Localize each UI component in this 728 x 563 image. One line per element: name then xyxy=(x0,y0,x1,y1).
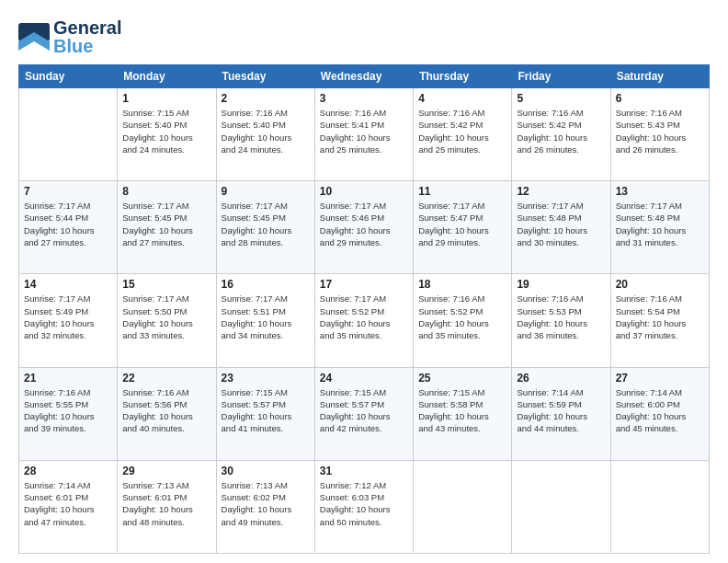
day-info: Sunrise: 7:14 AM Sunset: 6:00 PM Dayligh… xyxy=(616,386,704,435)
week-row-4: 28Sunrise: 7:14 AM Sunset: 6:01 PM Dayli… xyxy=(19,460,710,553)
calendar-cell xyxy=(610,460,709,553)
logo: General Blue xyxy=(18,18,121,55)
day-info: Sunrise: 7:14 AM Sunset: 6:01 PM Dayligh… xyxy=(24,479,112,528)
day-number: 2 xyxy=(222,92,310,105)
day-info: Sunrise: 7:17 AM Sunset: 5:47 PM Dayligh… xyxy=(418,200,506,248)
day-info: Sunrise: 7:16 AM Sunset: 5:55 PM Dayligh… xyxy=(24,386,112,435)
page: General Blue Sunday Monday Tuesday Wedne… xyxy=(0,0,728,563)
day-info: Sunrise: 7:15 AM Sunset: 5:57 PM Dayligh… xyxy=(320,386,408,435)
day-number: 17 xyxy=(320,278,408,291)
day-info: Sunrise: 7:17 AM Sunset: 5:49 PM Dayligh… xyxy=(24,293,112,341)
calendar-cell: 14Sunrise: 7:17 AM Sunset: 5:49 PM Dayli… xyxy=(19,274,118,367)
calendar-cell: 7Sunrise: 7:17 AM Sunset: 5:44 PM Daylig… xyxy=(19,181,118,274)
calendar-cell: 29Sunrise: 7:13 AM Sunset: 6:01 PM Dayli… xyxy=(118,460,216,553)
day-info: Sunrise: 7:17 AM Sunset: 5:48 PM Dayligh… xyxy=(517,200,605,248)
day-info: Sunrise: 7:17 AM Sunset: 5:50 PM Dayligh… xyxy=(122,293,210,341)
day-number: 30 xyxy=(222,465,310,477)
header-row: Sunday Monday Tuesday Wednesday Thursday… xyxy=(19,65,710,88)
calendar-cell: 5Sunrise: 7:16 AM Sunset: 5:42 PM Daylig… xyxy=(512,88,610,181)
calendar-cell: 1Sunrise: 7:15 AM Sunset: 5:40 PM Daylig… xyxy=(118,88,216,181)
day-info: Sunrise: 7:17 AM Sunset: 5:51 PM Dayligh… xyxy=(222,293,310,341)
calendar-cell: 17Sunrise: 7:17 AM Sunset: 5:52 PM Dayli… xyxy=(314,274,413,367)
day-number: 27 xyxy=(616,372,704,385)
calendar-cell: 24Sunrise: 7:15 AM Sunset: 5:57 PM Dayli… xyxy=(314,367,413,460)
calendar-cell: 19Sunrise: 7:16 AM Sunset: 5:53 PM Dayli… xyxy=(512,274,610,367)
col-tuesday: Tuesday xyxy=(216,65,314,88)
calendar-table: Sunday Monday Tuesday Wednesday Thursday… xyxy=(18,64,710,554)
day-number: 10 xyxy=(320,185,408,198)
calendar-cell: 23Sunrise: 7:15 AM Sunset: 5:57 PM Dayli… xyxy=(216,367,314,460)
day-number: 24 xyxy=(320,372,408,385)
day-info: Sunrise: 7:16 AM Sunset: 5:53 PM Dayligh… xyxy=(517,293,605,341)
calendar-cell xyxy=(19,88,118,181)
day-info: Sunrise: 7:16 AM Sunset: 5:56 PM Dayligh… xyxy=(122,386,210,435)
calendar-cell: 21Sunrise: 7:16 AM Sunset: 5:55 PM Dayli… xyxy=(19,367,118,460)
calendar-cell xyxy=(512,460,610,553)
day-number: 18 xyxy=(418,278,506,291)
week-row-0: 1Sunrise: 7:15 AM Sunset: 5:40 PM Daylig… xyxy=(19,88,710,181)
day-info: Sunrise: 7:16 AM Sunset: 5:54 PM Dayligh… xyxy=(616,293,704,341)
day-info: Sunrise: 7:15 AM Sunset: 5:58 PM Dayligh… xyxy=(418,386,506,435)
day-info: Sunrise: 7:13 AM Sunset: 6:02 PM Dayligh… xyxy=(222,479,310,528)
day-info: Sunrise: 7:12 AM Sunset: 6:03 PM Dayligh… xyxy=(320,479,408,528)
calendar-cell: 25Sunrise: 7:15 AM Sunset: 5:58 PM Dayli… xyxy=(414,367,512,460)
day-number: 31 xyxy=(320,465,408,477)
calendar-cell: 18Sunrise: 7:16 AM Sunset: 5:52 PM Dayli… xyxy=(414,274,512,367)
logo-graphic xyxy=(18,23,50,51)
day-number: 16 xyxy=(222,278,310,291)
day-number: 11 xyxy=(418,185,506,198)
day-info: Sunrise: 7:15 AM Sunset: 5:57 PM Dayligh… xyxy=(222,386,310,435)
day-info: Sunrise: 7:16 AM Sunset: 5:43 PM Dayligh… xyxy=(616,107,704,155)
day-number: 19 xyxy=(517,278,605,291)
calendar-cell: 13Sunrise: 7:17 AM Sunset: 5:48 PM Dayli… xyxy=(610,181,709,274)
header: General Blue xyxy=(18,18,710,55)
day-number: 1 xyxy=(122,92,210,105)
calendar-cell: 10Sunrise: 7:17 AM Sunset: 5:46 PM Dayli… xyxy=(314,181,413,274)
col-monday: Monday xyxy=(118,65,216,88)
calendar-cell: 20Sunrise: 7:16 AM Sunset: 5:54 PM Dayli… xyxy=(610,274,709,367)
day-number: 3 xyxy=(320,92,408,105)
calendar-cell: 2Sunrise: 7:16 AM Sunset: 5:40 PM Daylig… xyxy=(216,88,314,181)
calendar-cell: 16Sunrise: 7:17 AM Sunset: 5:51 PM Dayli… xyxy=(216,274,314,367)
day-number: 6 xyxy=(616,92,704,105)
day-info: Sunrise: 7:17 AM Sunset: 5:48 PM Dayligh… xyxy=(616,200,704,248)
day-info: Sunrise: 7:16 AM Sunset: 5:52 PM Dayligh… xyxy=(418,293,506,341)
day-number: 4 xyxy=(418,92,506,105)
day-info: Sunrise: 7:17 AM Sunset: 5:45 PM Dayligh… xyxy=(222,200,310,248)
day-info: Sunrise: 7:14 AM Sunset: 5:59 PM Dayligh… xyxy=(517,386,605,435)
day-info: Sunrise: 7:16 AM Sunset: 5:40 PM Dayligh… xyxy=(222,107,310,155)
calendar-cell: 27Sunrise: 7:14 AM Sunset: 6:00 PM Dayli… xyxy=(610,367,709,460)
col-thursday: Thursday xyxy=(414,65,512,88)
week-row-1: 7Sunrise: 7:17 AM Sunset: 5:44 PM Daylig… xyxy=(19,181,710,274)
day-number: 23 xyxy=(222,372,310,385)
calendar-cell: 31Sunrise: 7:12 AM Sunset: 6:03 PM Dayli… xyxy=(314,460,413,553)
day-info: Sunrise: 7:16 AM Sunset: 5:42 PM Dayligh… xyxy=(517,107,605,155)
calendar-cell: 15Sunrise: 7:17 AM Sunset: 5:50 PM Dayli… xyxy=(118,274,216,367)
calendar-cell: 22Sunrise: 7:16 AM Sunset: 5:56 PM Dayli… xyxy=(118,367,216,460)
day-number: 5 xyxy=(517,92,605,105)
calendar-cell: 12Sunrise: 7:17 AM Sunset: 5:48 PM Dayli… xyxy=(512,181,610,274)
day-info: Sunrise: 7:17 AM Sunset: 5:52 PM Dayligh… xyxy=(320,293,408,341)
day-number: 28 xyxy=(24,465,112,477)
day-number: 12 xyxy=(517,185,605,198)
day-info: Sunrise: 7:16 AM Sunset: 5:42 PM Dayligh… xyxy=(418,107,506,155)
day-number: 26 xyxy=(517,372,605,385)
day-number: 14 xyxy=(24,278,112,291)
calendar-cell: 4Sunrise: 7:16 AM Sunset: 5:42 PM Daylig… xyxy=(414,88,512,181)
calendar-cell: 3Sunrise: 7:16 AM Sunset: 5:41 PM Daylig… xyxy=(314,88,413,181)
day-info: Sunrise: 7:17 AM Sunset: 5:46 PM Dayligh… xyxy=(320,200,408,248)
calendar-cell: 6Sunrise: 7:16 AM Sunset: 5:43 PM Daylig… xyxy=(610,88,709,181)
day-number: 22 xyxy=(122,372,210,385)
day-info: Sunrise: 7:17 AM Sunset: 5:44 PM Dayligh… xyxy=(24,200,112,248)
calendar-cell: 28Sunrise: 7:14 AM Sunset: 6:01 PM Dayli… xyxy=(19,460,118,553)
day-number: 9 xyxy=(222,185,310,198)
day-info: Sunrise: 7:13 AM Sunset: 6:01 PM Dayligh… xyxy=(122,479,210,528)
day-info: Sunrise: 7:15 AM Sunset: 5:40 PM Dayligh… xyxy=(122,107,210,155)
week-row-3: 21Sunrise: 7:16 AM Sunset: 5:55 PM Dayli… xyxy=(19,367,710,460)
calendar-cell: 9Sunrise: 7:17 AM Sunset: 5:45 PM Daylig… xyxy=(216,181,314,274)
calendar-cell: 30Sunrise: 7:13 AM Sunset: 6:02 PM Dayli… xyxy=(216,460,314,553)
col-saturday: Saturday xyxy=(610,65,709,88)
calendar-cell: 8Sunrise: 7:17 AM Sunset: 5:45 PM Daylig… xyxy=(118,181,216,274)
calendar-cell xyxy=(414,460,512,553)
day-info: Sunrise: 7:17 AM Sunset: 5:45 PM Dayligh… xyxy=(122,200,210,248)
